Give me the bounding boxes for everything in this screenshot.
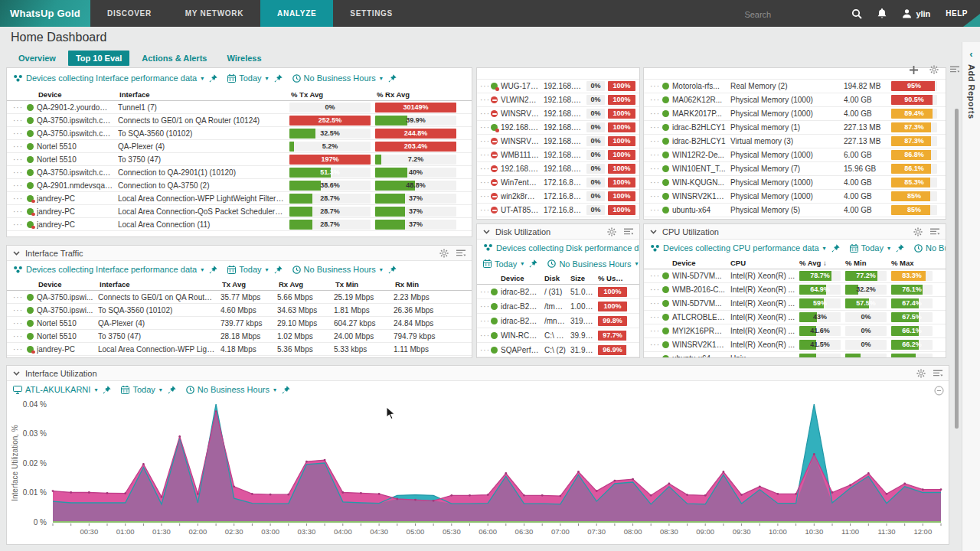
panel-menu-icon[interactable]	[930, 228, 939, 236]
column-header[interactable]: Device	[38, 280, 100, 289]
row-menu-icon[interactable]: ···	[650, 151, 662, 159]
filter-chip[interactable]: Devices collecting CPU performance data▾	[650, 243, 826, 253]
pin-icon[interactable]	[529, 259, 537, 268]
row-menu-icon[interactable]: ···	[650, 109, 662, 118]
tab-top-10-eval[interactable]: Top 10 Eval	[68, 51, 129, 66]
chart-zoom-icon[interactable]	[934, 386, 944, 396]
column-header[interactable]: % Used ▾	[598, 274, 632, 282]
panel-settings-gear-icon[interactable]	[439, 249, 449, 258]
row-menu-icon[interactable]: ···	[650, 299, 662, 308]
panel-menu-icon[interactable]	[456, 249, 466, 257]
column-header[interactable]: Disk	[544, 274, 570, 282]
row-menu-icon[interactable]: ···	[650, 165, 662, 173]
row-menu-icon[interactable]: ···	[13, 155, 27, 164]
row-menu-icon[interactable]: ···	[480, 192, 491, 201]
row-menu-icon[interactable]: ···	[480, 123, 491, 132]
panel-settings-gear-icon[interactable]	[913, 227, 923, 236]
filter-chip[interactable]: ATL-AKULKARNI▾	[13, 385, 97, 394]
whatsup-gold-logo[interactable]: WhatsUp Gold	[0, 0, 90, 27]
row-menu-icon[interactable]: ···	[480, 96, 491, 104]
column-header[interactable]: % Min	[845, 259, 891, 267]
row-menu-icon[interactable]: ···	[650, 178, 662, 187]
pin-icon[interactable]	[896, 244, 904, 253]
filter-chip[interactable]: No Business Hours▾	[547, 259, 638, 269]
column-header[interactable]: Interface	[100, 280, 222, 289]
row-menu-icon[interactable]: ···	[480, 206, 491, 214]
row-menu-icon[interactable]: ···	[480, 82, 491, 90]
column-header[interactable]: % Tx Avg	[291, 90, 377, 99]
column-header[interactable]: % Max	[891, 259, 937, 267]
row-menu-icon[interactable]: ···	[480, 137, 491, 145]
pin-icon[interactable]	[209, 266, 217, 274]
column-header[interactable]: % Avg ↓	[799, 259, 845, 267]
tab-actions-alerts[interactable]: Actions & Alerts	[134, 51, 214, 66]
row-menu-icon[interactable]: ···	[13, 306, 27, 315]
filter-chip[interactable]: Devices collecting Interface performance…	[13, 265, 204, 274]
row-menu-icon[interactable]: ···	[480, 109, 491, 118]
notifications-bell-icon[interactable]	[877, 8, 887, 18]
nav-item-my-network[interactable]: MY NETWORK	[168, 0, 260, 27]
tab-wireless[interactable]: Wireless	[219, 51, 269, 66]
row-menu-icon[interactable]: ···	[13, 168, 27, 177]
row-menu-icon[interactable]: ···	[650, 96, 662, 104]
user-menu[interactable]: ylin	[902, 8, 930, 18]
row-menu-icon[interactable]: ···	[650, 137, 662, 145]
column-header[interactable]: Interface	[119, 90, 291, 99]
row-menu-icon[interactable]: ···	[650, 327, 662, 335]
filter-chip[interactable]: No Business Hours▾	[914, 243, 946, 253]
column-header[interactable]: Device	[672, 259, 730, 267]
filter-chip[interactable]: Today▾	[227, 73, 268, 83]
row-menu-icon[interactable]: ···	[650, 354, 662, 358]
nav-item-discover[interactable]: DISCOVER	[90, 0, 168, 27]
pin-icon[interactable]	[282, 386, 290, 394]
dashboard-settings-gear-icon[interactable]	[929, 65, 939, 74]
row-menu-icon[interactable]: ···	[650, 341, 662, 349]
filter-chip[interactable]: Devices collecting Interface performance…	[13, 73, 204, 83]
row-menu-icon[interactable]: ···	[480, 178, 491, 187]
panel-settings-gear-icon[interactable]	[916, 369, 926, 378]
row-menu-icon[interactable]: ···	[650, 285, 662, 294]
row-menu-icon[interactable]: ···	[480, 151, 491, 159]
collapse-chevron-icon[interactable]	[13, 371, 20, 376]
pin-icon[interactable]	[388, 266, 397, 274]
column-header[interactable]: % Rx Avg	[377, 90, 462, 99]
row-menu-icon[interactable]: ···	[480, 346, 491, 354]
column-header[interactable]: Size	[570, 274, 598, 282]
column-header[interactable]: Device	[501, 274, 544, 282]
pin-icon[interactable]	[274, 266, 283, 274]
pin-icon[interactable]	[168, 386, 176, 394]
row-menu-icon[interactable]: ···	[650, 272, 662, 280]
row-menu-icon[interactable]: ···	[480, 302, 491, 311]
column-header[interactable]: Rx Avg	[279, 280, 335, 289]
row-menu-icon[interactable]: ···	[13, 293, 27, 302]
row-menu-icon[interactable]: ···	[13, 116, 27, 125]
pin-icon[interactable]	[831, 244, 840, 253]
row-menu-icon[interactable]: ···	[650, 206, 662, 214]
panel-menu-icon[interactable]	[933, 370, 942, 377]
row-menu-icon[interactable]: ···	[13, 181, 27, 190]
row-menu-icon[interactable]: ···	[13, 207, 27, 216]
search-icon[interactable]	[851, 8, 862, 19]
filter-chip[interactable]: Today▾	[483, 259, 524, 269]
row-menu-icon[interactable]: ···	[480, 288, 491, 296]
column-header[interactable]: Tx Min	[335, 280, 395, 289]
add-widget-icon[interactable]	[910, 66, 918, 74]
pin-icon[interactable]	[209, 74, 217, 83]
vertical-scrollbar-thumb[interactable]	[955, 109, 959, 429]
collapse-chevron-icon[interactable]	[13, 251, 20, 256]
pin-icon[interactable]	[388, 74, 397, 83]
row-menu-icon[interactable]: ···	[480, 331, 491, 340]
row-menu-icon[interactable]: ···	[13, 142, 27, 151]
column-header[interactable]: Tx Avg	[222, 280, 279, 289]
nav-item-analyze[interactable]: ANALYZE	[260, 0, 333, 27]
filter-chip[interactable]: Today▾	[227, 265, 268, 274]
collapse-chevron-icon[interactable]	[650, 230, 657, 234]
row-menu-icon[interactable]: ···	[13, 332, 27, 341]
search-input[interactable]	[744, 10, 836, 19]
row-menu-icon[interactable]: ···	[13, 103, 27, 112]
row-menu-icon[interactable]: ···	[650, 82, 662, 90]
row-menu-icon[interactable]: ···	[13, 129, 27, 138]
filter-chip[interactable]: Today▾	[121, 385, 162, 394]
nav-item-settings[interactable]: SETTINGS	[333, 0, 410, 27]
tab-overview[interactable]: Overview	[11, 51, 64, 66]
